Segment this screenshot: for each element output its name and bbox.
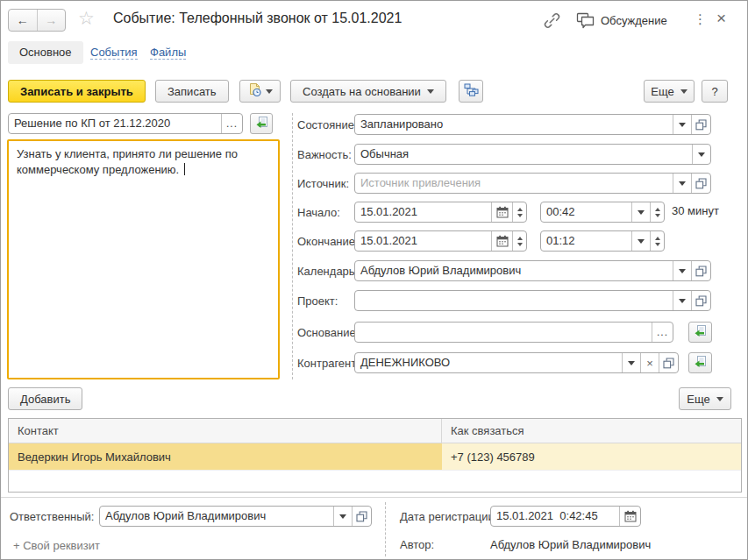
close-icon[interactable]: ×: [716, 9, 726, 28]
source-dropdown-button[interactable]: [673, 174, 691, 193]
state-value[interactable]: Запланировано: [355, 115, 673, 134]
contact-phone-cell[interactable]: +7 (123) 456789: [442, 443, 741, 470]
discussion-label[interactable]: Обсуждение: [601, 14, 667, 27]
source-placeholder[interactable]: Источник привлечения: [355, 174, 673, 193]
subject-value[interactable]: Решение по КП от 21.12.2020: [9, 114, 221, 133]
spin-up-icon: [655, 208, 660, 211]
source-open-button[interactable]: [691, 174, 710, 193]
chevron-down-icon: [339, 514, 346, 519]
chevron-down-icon: [679, 123, 686, 127]
basis-value[interactable]: [355, 323, 652, 342]
basis-select-button[interactable]: ...: [652, 323, 673, 342]
add-contact-button[interactable]: Добавить: [8, 387, 82, 410]
end-date-field[interactable]: 15.01.2021: [354, 230, 527, 252]
registration-calendar-button[interactable]: [619, 507, 640, 526]
project-field[interactable]: [354, 290, 711, 311]
responsible-open-button[interactable]: [352, 507, 371, 526]
end-time-field[interactable]: 01:12: [540, 230, 665, 252]
tab-main[interactable]: Основное: [8, 41, 83, 64]
calendar-value[interactable]: Абдулов Юрий Владимирович: [355, 261, 673, 280]
create-based-on-button[interactable]: Создать на основании: [290, 80, 446, 103]
spin-up-icon: [517, 237, 523, 240]
start-date-calendar-button[interactable]: [491, 202, 512, 222]
counterparty-open-button[interactable]: [659, 353, 678, 372]
state-field[interactable]: Запланировано: [354, 114, 711, 135]
calendar-icon: [624, 510, 637, 522]
basis-goto-button[interactable]: [688, 322, 712, 343]
state-open-button[interactable]: [691, 115, 710, 134]
reminder-button[interactable]: [239, 80, 281, 103]
end-date-spinner[interactable]: [512, 231, 526, 251]
responsible-dropdown-button[interactable]: [333, 507, 352, 526]
subject-select-button[interactable]: ...: [221, 114, 242, 133]
more-label: Еще: [651, 85, 673, 98]
more-button-contacts[interactable]: Еще: [679, 387, 731, 410]
state-label: Состояние:: [297, 118, 357, 131]
start-date-spinner[interactable]: [512, 202, 526, 222]
column-header-contact[interactable]: Контакт: [9, 419, 442, 443]
project-dropdown-button[interactable]: [673, 291, 691, 310]
table-row[interactable]: Ведеркин Игорь Михайлович +7 (123) 45678…: [9, 443, 741, 471]
counterparty-goto-button[interactable]: [688, 352, 712, 373]
state-dropdown-button[interactable]: [673, 115, 691, 134]
related-documents-button[interactable]: [459, 80, 483, 103]
footer-separator: [1, 497, 748, 498]
footer-splitter[interactable]: [385, 502, 386, 556]
start-time-field[interactable]: 00:42: [540, 202, 665, 223]
counterparty-field[interactable]: ДЕНЕЖНИКОВО ×: [354, 352, 679, 373]
calendar-field[interactable]: Абдулов Юрий Владимирович: [354, 260, 711, 281]
subject-field[interactable]: Решение по КП от 21.12.2020 ...: [8, 113, 243, 134]
spin-down-icon: [655, 214, 660, 217]
counterparty-value[interactable]: ДЕНЕЖНИКОВО: [355, 353, 622, 372]
column-header-how-to-contact[interactable]: Как связаться: [442, 419, 741, 443]
counterparty-dropdown-button[interactable]: [622, 353, 640, 372]
start-date-field[interactable]: 15.01.2021: [354, 202, 527, 223]
responsible-label: Ответственный:: [10, 510, 94, 523]
end-time-value[interactable]: 01:12: [541, 231, 631, 251]
back-button[interactable]: ←: [9, 10, 37, 31]
favorite-star-icon[interactable]: ☆: [78, 8, 95, 29]
start-label: Начало:: [297, 206, 340, 219]
responsible-value[interactable]: Абдулов Юрий Владимирович: [100, 507, 333, 526]
end-date-calendar-button[interactable]: [491, 231, 512, 251]
save-button[interactable]: Записать: [155, 80, 229, 103]
nav-history-group: ← →: [8, 9, 66, 32]
link-icon[interactable]: [543, 11, 561, 32]
column-splitter[interactable]: [292, 113, 293, 379]
start-time-spinner[interactable]: [650, 202, 664, 222]
calendar-open-button[interactable]: [691, 261, 710, 280]
tab-events[interactable]: События: [90, 46, 138, 60]
start-time-dropdown-button[interactable]: [631, 202, 650, 222]
tab-files[interactable]: Файлы: [150, 46, 186, 60]
author-label: Автор:: [400, 538, 434, 551]
project-value[interactable]: [355, 291, 673, 310]
basis-field[interactable]: ...: [354, 322, 673, 343]
registration-date-field[interactable]: 15.01.2021 0:42:45: [490, 506, 641, 527]
goto-green-arrow-icon: [254, 116, 269, 132]
source-field[interactable]: Источник привлечения: [354, 173, 711, 194]
subject-goto-button[interactable]: [250, 113, 273, 134]
end-time-spinner[interactable]: [650, 231, 664, 251]
kebab-menu-icon[interactable]: ⋮: [694, 11, 707, 27]
help-button[interactable]: ?: [702, 80, 728, 103]
save-and-close-button[interactable]: Записать и закрыть: [8, 80, 146, 103]
end-date-value[interactable]: 15.01.2021: [355, 231, 491, 251]
project-open-button[interactable]: [691, 291, 710, 310]
importance-field[interactable]: Обычная: [354, 144, 711, 165]
end-time-dropdown-button[interactable]: [631, 231, 650, 251]
importance-value[interactable]: Обычная: [355, 145, 692, 164]
contacts-table-header: Контакт Как связаться: [9, 419, 741, 443]
registration-date-value[interactable]: 15.01.2021 0:42:45: [491, 507, 619, 526]
more-button-toolbar[interactable]: Еще: [644, 80, 695, 103]
importance-dropdown-button[interactable]: [692, 145, 710, 164]
forward-button[interactable]: →: [37, 10, 66, 31]
description-textarea[interactable]: Узнать у клиента, принято ли решение по …: [7, 139, 280, 379]
custom-attribute-link[interactable]: + Свой реквизит: [13, 539, 100, 552]
contact-name-cell[interactable]: Ведеркин Игорь Михайлович: [9, 443, 442, 470]
start-time-value[interactable]: 00:42: [541, 202, 631, 222]
discussion-icon[interactable]: [575, 12, 595, 32]
counterparty-clear-button[interactable]: ×: [640, 353, 659, 372]
start-date-value[interactable]: 15.01.2021: [355, 202, 491, 222]
responsible-field[interactable]: Абдулов Юрий Владимирович: [99, 506, 372, 527]
calendar-dropdown-button[interactable]: [673, 261, 691, 280]
